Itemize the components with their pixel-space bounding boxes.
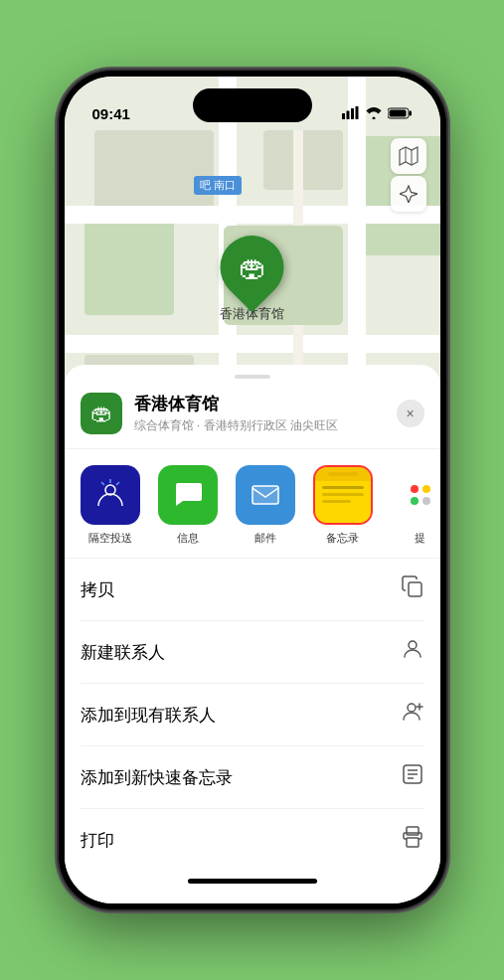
share-item-mail[interactable]: 邮件 <box>232 465 299 546</box>
svg-rect-21 <box>407 838 419 847</box>
notes-line <box>322 493 364 496</box>
battery-icon <box>388 107 413 122</box>
notes-line <box>322 486 364 489</box>
action-list: 拷贝 新建联系人 添加到现有联系人 <box>65 559 440 871</box>
phone-screen: 09:41 <box>65 77 440 903</box>
stadium-icon: 🏟 <box>90 401 112 426</box>
person-add-icon <box>401 700 424 730</box>
dot-gray <box>422 497 430 505</box>
notes-label: 备忘录 <box>326 531 359 546</box>
airdrop-icon <box>81 465 140 525</box>
svg-rect-1 <box>346 111 349 120</box>
notes-header-line <box>328 472 358 476</box>
svg-rect-2 <box>351 108 354 119</box>
road-horizontal <box>65 335 440 353</box>
svg-rect-0 <box>342 113 345 119</box>
copy-icon <box>401 574 424 604</box>
map-type-button[interactable] <box>391 138 426 174</box>
person-icon <box>401 637 424 667</box>
road-label: 吧 南口 <box>194 176 242 195</box>
print-icon <box>401 825 424 855</box>
action-copy[interactable]: 拷贝 <box>81 559 424 621</box>
location-sub: 综合体育馆 · 香港特别行政区 油尖旺区 <box>134 417 397 434</box>
svg-rect-5 <box>409 110 412 115</box>
road-label-text: 南口 <box>214 179 236 191</box>
action-add-notes[interactable]: 添加到新快速备忘录 <box>81 746 424 809</box>
wifi-icon <box>366 107 382 122</box>
svg-rect-20 <box>407 827 419 835</box>
airdrop-label: 隔空投送 <box>88 531 132 546</box>
svg-point-13 <box>408 704 416 712</box>
action-add-notes-label: 添加到新快速备忘录 <box>81 766 233 789</box>
notes-header <box>315 467 371 481</box>
action-print-label: 打印 <box>81 829 114 852</box>
mail-label: 邮件 <box>254 531 276 546</box>
notes-icon <box>313 465 373 525</box>
sheet-handle <box>235 375 270 379</box>
home-indicator <box>188 879 317 884</box>
svg-rect-10 <box>252 486 278 504</box>
road-horizontal <box>65 206 440 224</box>
message-icon <box>158 465 218 525</box>
map-block <box>263 130 343 190</box>
svg-rect-11 <box>409 582 421 596</box>
more-label: 提 <box>415 531 425 546</box>
dot-yellow <box>422 485 430 493</box>
action-add-existing[interactable]: 添加到现有联系人 <box>81 684 424 746</box>
dot-green <box>411 497 419 505</box>
map-block <box>84 216 174 315</box>
svg-point-12 <box>409 641 417 649</box>
location-button[interactable] <box>391 176 426 212</box>
phone-frame: 09:41 <box>59 71 446 909</box>
action-copy-label: 拷贝 <box>81 578 114 601</box>
dynamic-island <box>193 88 312 122</box>
share-item-notes[interactable]: 备忘录 <box>309 465 377 546</box>
status-icons <box>342 106 413 122</box>
notes-line <box>322 500 351 503</box>
notes-body <box>315 481 371 523</box>
location-pin: 🏟 香港体育馆 <box>220 236 284 323</box>
action-new-contact[interactable]: 新建联系人 <box>81 621 424 684</box>
map-controls <box>391 138 426 212</box>
action-add-existing-label: 添加到现有联系人 <box>81 704 216 727</box>
action-print[interactable]: 打印 <box>81 809 424 871</box>
location-name: 香港体育馆 <box>134 393 397 415</box>
dot-red <box>411 485 419 493</box>
note-icon <box>401 762 424 792</box>
road-label-prefix: 吧 <box>200 179 211 191</box>
share-item-more[interactable]: 提 <box>387 465 440 546</box>
more-icon <box>391 465 440 525</box>
location-icon: 🏟 <box>81 393 122 434</box>
signal-icon <box>342 106 360 122</box>
map-block <box>94 130 214 210</box>
share-row: 隔空投送 信息 邮件 <box>65 449 440 559</box>
action-new-contact-label: 新建联系人 <box>81 641 165 664</box>
location-info: 香港体育馆 综合体育馆 · 香港特别行政区 油尖旺区 <box>134 393 397 434</box>
close-button[interactable]: × <box>397 400 424 427</box>
svg-rect-6 <box>389 109 406 116</box>
status-time: 09:41 <box>92 105 130 122</box>
svg-rect-3 <box>355 106 358 119</box>
share-item-message[interactable]: 信息 <box>154 465 222 546</box>
message-label: 信息 <box>177 531 199 546</box>
share-item-airdrop[interactable]: 隔空投送 <box>77 465 144 546</box>
bottom-sheet: 🏟 香港体育馆 综合体育馆 · 香港特别行政区 油尖旺区 × 隔空投送 <box>65 365 440 903</box>
mail-icon <box>236 465 295 525</box>
pin-inner: 🏟 <box>239 251 266 284</box>
location-header: 🏟 香港体育馆 综合体育馆 · 香港特别行政区 油尖旺区 × <box>65 393 440 449</box>
pin-circle: 🏟 <box>207 223 297 313</box>
